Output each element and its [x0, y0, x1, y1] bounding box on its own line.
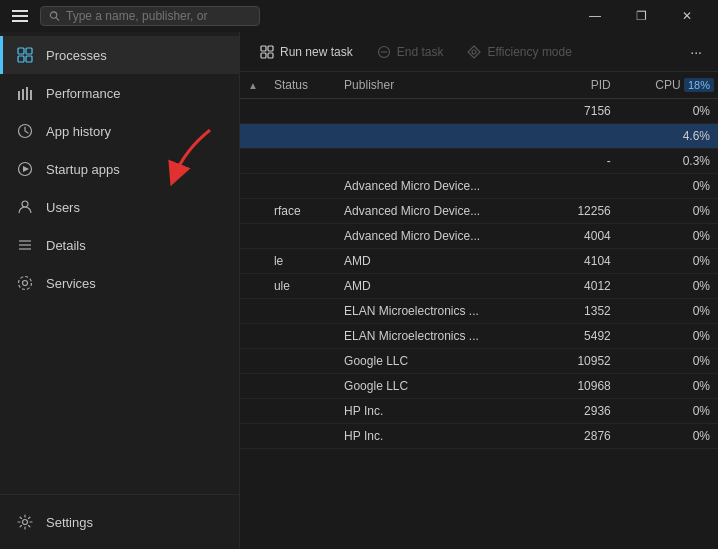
- table-row[interactable]: le AMD 4104 0%: [240, 249, 718, 274]
- svg-point-19: [19, 277, 32, 290]
- table-row[interactable]: Advanced Micro Device... 0%: [240, 174, 718, 199]
- cell-publisher: AMD: [336, 249, 549, 274]
- cell-cpu: 0%: [619, 399, 718, 424]
- title-bar: — ❐ ✕: [0, 0, 718, 32]
- efficiency-mode-button[interactable]: Efficiency mode: [455, 40, 584, 64]
- title-bar-controls: — ❐ ✕: [572, 0, 710, 32]
- svg-rect-6: [18, 91, 20, 100]
- table-row[interactable]: 4.6%: [240, 124, 718, 149]
- table-row[interactable]: Google LLC 10968 0%: [240, 374, 718, 399]
- cell-status: rface: [266, 199, 336, 224]
- cell-pid: 7156: [549, 99, 618, 124]
- col-header-chevron[interactable]: ▲: [240, 72, 266, 99]
- search-bar[interactable]: [40, 6, 260, 26]
- cell-index: [240, 174, 266, 199]
- more-options-button[interactable]: ···: [682, 39, 710, 65]
- cell-index: [240, 99, 266, 124]
- svg-rect-2: [18, 48, 24, 54]
- table-row[interactable]: 7156 0%: [240, 99, 718, 124]
- sidebar-label-users: Users: [46, 200, 80, 215]
- cell-pid: 5492: [549, 324, 618, 349]
- services-icon: [16, 274, 34, 292]
- svg-rect-5: [26, 56, 32, 62]
- cell-publisher: Google LLC: [336, 349, 549, 374]
- cell-index: [240, 424, 266, 449]
- svg-rect-4: [18, 56, 24, 62]
- sidebar-label-performance: Performance: [46, 86, 120, 101]
- cell-publisher: ELAN Microelectronics ...: [336, 324, 549, 349]
- svg-rect-9: [30, 90, 32, 100]
- cell-publisher: [336, 99, 549, 124]
- sidebar-item-processes[interactable]: Processes: [0, 36, 239, 74]
- table-row[interactable]: Advanced Micro Device... 4004 0%: [240, 224, 718, 249]
- maximize-button[interactable]: ❐: [618, 0, 664, 32]
- cell-status: [266, 299, 336, 324]
- sidebar-item-startup-apps[interactable]: Startup apps: [0, 150, 239, 188]
- cell-index: [240, 149, 266, 174]
- cell-status: [266, 224, 336, 249]
- cell-cpu: 0%: [619, 274, 718, 299]
- sidebar-item-app-history[interactable]: App history: [0, 112, 239, 150]
- table-row[interactable]: HP Inc. 2876 0%: [240, 424, 718, 449]
- end-task-button[interactable]: End task: [365, 40, 456, 64]
- close-button[interactable]: ✕: [664, 0, 710, 32]
- col-header-cpu[interactable]: CPU 18%: [619, 72, 718, 99]
- cell-index: [240, 299, 266, 324]
- run-task-icon: [260, 45, 274, 59]
- sidebar-label-app-history: App history: [46, 124, 111, 139]
- sidebar-item-performance[interactable]: Performance: [0, 74, 239, 112]
- cpu-usage-badge: 18%: [684, 78, 714, 92]
- cell-cpu: 0%: [619, 224, 718, 249]
- cell-index: [240, 349, 266, 374]
- col-header-status[interactable]: Status: [266, 72, 336, 99]
- cell-cpu: 0%: [619, 349, 718, 374]
- cell-status: [266, 424, 336, 449]
- sidebar-item-settings[interactable]: Settings: [0, 503, 239, 541]
- svg-point-14: [22, 201, 28, 207]
- svg-rect-23: [261, 53, 266, 58]
- cell-status: [266, 349, 336, 374]
- table-row[interactable]: HP Inc. 2936 0%: [240, 399, 718, 424]
- cell-status: [266, 399, 336, 424]
- cell-pid: [549, 124, 618, 149]
- cell-pid: 4004: [549, 224, 618, 249]
- table-row[interactable]: ELAN Microelectronics ... 5492 0%: [240, 324, 718, 349]
- cell-cpu: 0%: [619, 99, 718, 124]
- cell-cpu: 0%: [619, 299, 718, 324]
- sidebar-item-services[interactable]: Services: [0, 264, 239, 302]
- end-task-icon: [377, 45, 391, 59]
- table-body: 7156 0% 4.6% - 0.3% Advanced Micro Devic…: [240, 99, 718, 449]
- process-table-container: ▲ Status Publisher PID CPU: [240, 72, 718, 549]
- svg-rect-24: [268, 53, 273, 58]
- cell-index: [240, 249, 266, 274]
- table-row[interactable]: ule AMD 4012 0%: [240, 274, 718, 299]
- cell-cpu: 0%: [619, 324, 718, 349]
- svg-point-27: [472, 50, 476, 54]
- svg-rect-22: [268, 46, 273, 51]
- cell-publisher: AMD: [336, 274, 549, 299]
- cell-index: [240, 124, 266, 149]
- hamburger-menu[interactable]: [8, 6, 32, 26]
- table-row[interactable]: Google LLC 10952 0%: [240, 349, 718, 374]
- minimize-button[interactable]: —: [572, 0, 618, 32]
- svg-rect-21: [261, 46, 266, 51]
- cell-cpu: 4.6%: [619, 124, 718, 149]
- run-new-task-button[interactable]: Run new task: [248, 40, 365, 64]
- sidebar-item-details[interactable]: Details: [0, 226, 239, 264]
- svg-rect-8: [26, 87, 28, 100]
- table-row[interactable]: rface Advanced Micro Device... 12256 0%: [240, 199, 718, 224]
- app-history-icon: [16, 122, 34, 140]
- search-input[interactable]: [66, 9, 251, 23]
- table-row[interactable]: ELAN Microelectronics ... 1352 0%: [240, 299, 718, 324]
- cell-cpu: 0%: [619, 199, 718, 224]
- cell-status: [266, 124, 336, 149]
- col-header-publisher[interactable]: Publisher: [336, 72, 549, 99]
- sidebar-label-details: Details: [46, 238, 86, 253]
- cell-status: ule: [266, 274, 336, 299]
- sidebar: Processes Performance: [0, 32, 240, 549]
- cell-publisher: Google LLC: [336, 374, 549, 399]
- table-row[interactable]: - 0.3%: [240, 149, 718, 174]
- cell-pid: 4104: [549, 249, 618, 274]
- sidebar-item-users[interactable]: Users: [0, 188, 239, 226]
- col-header-pid[interactable]: PID: [549, 72, 618, 99]
